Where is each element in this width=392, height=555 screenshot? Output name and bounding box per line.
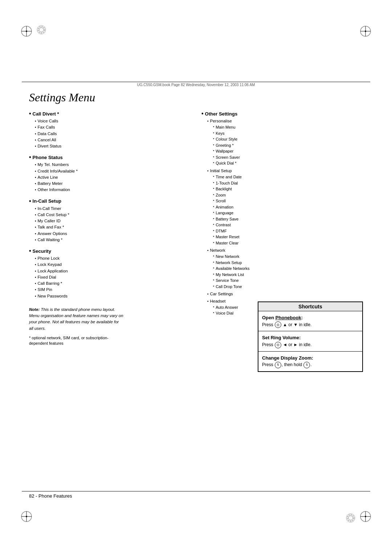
shortcut-open-phonebook: Open Phonebook: Press ◎ ▲ or ▼ in idle. bbox=[258, 311, 362, 331]
list-item: Fixed Dial bbox=[35, 274, 191, 280]
list-item: Answer Options bbox=[35, 231, 191, 237]
list-item: Animation bbox=[213, 204, 363, 210]
list-item: Fax Calls bbox=[35, 124, 191, 130]
list-item: My Network List bbox=[213, 272, 363, 278]
call-divert-header: • Call Divert * bbox=[29, 111, 191, 117]
list-item: Call Drop Tone bbox=[213, 284, 363, 290]
top-rule-line bbox=[22, 82, 370, 82]
top-rule-text: UG.C550.GSM.book Page 82 Wednesday, Nove… bbox=[29, 83, 363, 87]
list-item: Contrast bbox=[213, 222, 363, 228]
list-item: Master Clear bbox=[213, 240, 363, 246]
list-item: My Caller ID bbox=[35, 218, 191, 224]
list-item: Voice Calls bbox=[35, 118, 191, 124]
list-item: Network bbox=[207, 247, 363, 254]
page-footer: 82 - Phone Features bbox=[29, 493, 72, 499]
in-call-items: In-Call Timer Call Cost Setup * My Calle… bbox=[29, 206, 191, 243]
corner-br-icon bbox=[359, 510, 372, 523]
other-settings-header: • Other Settings bbox=[201, 111, 363, 117]
open-phonebook-label: Open Phonebook: bbox=[262, 314, 359, 321]
list-item: Language bbox=[213, 210, 363, 216]
other-settings-title: Other Settings bbox=[205, 111, 238, 117]
page-title: Settings Menu bbox=[29, 91, 363, 104]
network-parent: Network bbox=[201, 247, 363, 254]
nav-button-icon2: ◎ bbox=[275, 342, 281, 348]
call-divert-section: • Call Divert * Voice Calls Fax Calls Da… bbox=[29, 111, 191, 149]
list-item: DTMF bbox=[213, 228, 363, 234]
svg-point-15 bbox=[365, 516, 366, 517]
shortcuts-title: Shortcuts bbox=[258, 302, 362, 311]
list-item: Lock Keypad bbox=[35, 262, 191, 268]
in-call-title: In-Call Setup bbox=[33, 198, 61, 204]
open-phonebook-desc: Press ◎ ▲ or ▼ in idle. bbox=[262, 321, 359, 328]
change-display-zoom-label: Change Display Zoom: bbox=[262, 355, 359, 362]
list-item: Credit Info/Available * bbox=[35, 168, 191, 174]
security-bullet: • bbox=[29, 248, 31, 254]
initial-setup-items: Time and Date 1-Touch Dial Backlight Zoo… bbox=[201, 174, 363, 246]
list-item: Service Tone bbox=[213, 278, 363, 284]
list-item: Quick Dial * bbox=[213, 160, 363, 166]
list-item: Backlight bbox=[213, 186, 363, 192]
list-item: Data Calls bbox=[35, 131, 191, 137]
security-section: • Security Phone Lock Lock Keypad Lock A… bbox=[29, 248, 191, 299]
list-item: My Tel. Numbers bbox=[35, 162, 191, 168]
shortcut-change-display-zoom: Change Display Zoom: Press 5, then hold … bbox=[258, 352, 362, 371]
personalise-items: Main Menu Keys Colour Style Greeting * W… bbox=[201, 124, 363, 166]
set-ring-volume-label: Set Ring Volume: bbox=[262, 334, 359, 341]
list-item: Initial Setup bbox=[207, 168, 363, 174]
phone-status-title: Phone Status bbox=[33, 155, 63, 160]
phone-status-items: My Tel. Numbers Credit Info/Available * … bbox=[29, 162, 191, 193]
footer-separator: - bbox=[36, 493, 38, 499]
list-item: Battery Meter bbox=[35, 181, 191, 187]
other-settings-top: Personalise bbox=[201, 118, 363, 124]
nav-button-icon: ◎ bbox=[275, 321, 281, 328]
list-item: Divert Status bbox=[35, 143, 191, 149]
corner-bl-icon bbox=[20, 510, 33, 523]
svg-point-7 bbox=[365, 31, 366, 32]
gear-br-icon bbox=[346, 513, 356, 523]
list-item: Personalise bbox=[207, 118, 363, 124]
list-item: Talk and Fax * bbox=[35, 224, 191, 230]
list-item: Time and Date bbox=[213, 174, 363, 180]
list-item: Main Menu bbox=[213, 124, 363, 130]
security-items: Phone Lock Lock Keypad Lock Application … bbox=[29, 255, 191, 299]
bottom-rule bbox=[22, 491, 370, 491]
list-item: Wallpaper bbox=[213, 148, 363, 154]
set-ring-volume-desc: Press ◎ ◄ or ► in idle. bbox=[262, 341, 359, 348]
car-settings-parent: Car Settings bbox=[201, 291, 363, 297]
other-settings-section: • Other Settings Personalise Main Menu K… bbox=[201, 111, 363, 316]
list-item: New Network bbox=[213, 254, 363, 260]
in-call-setup-header: • In-Call Setup bbox=[29, 198, 191, 204]
network-items: New Network Network Setup Available Netw… bbox=[201, 254, 363, 289]
list-item: Zoom bbox=[213, 192, 363, 198]
phone-status-bullet: • bbox=[29, 154, 31, 160]
security-title: Security bbox=[33, 248, 51, 254]
list-item: Active Line bbox=[35, 174, 191, 181]
list-item: Colour Style bbox=[213, 136, 363, 142]
list-item: In-Call Timer bbox=[35, 206, 191, 212]
list-item: Lock Application bbox=[35, 268, 191, 274]
svg-point-11 bbox=[26, 516, 27, 517]
corner-tl-icon bbox=[20, 25, 33, 38]
list-item: Screen Saver bbox=[213, 154, 363, 161]
note-section: Note: This is the standard phone menu la… bbox=[29, 307, 123, 347]
list-item: Scroll bbox=[213, 198, 363, 204]
list-item: Available Networks bbox=[213, 266, 363, 272]
page-number: 82 bbox=[29, 493, 34, 499]
list-item: Other Information bbox=[35, 187, 191, 193]
footer-text: Phone Features bbox=[38, 493, 72, 499]
list-item: Network Setup bbox=[213, 260, 363, 266]
change-display-zoom-desc: Press 5, then hold 5. bbox=[262, 361, 359, 368]
svg-point-17 bbox=[39, 28, 44, 32]
list-item: Keys bbox=[213, 130, 363, 137]
list-item: Battery Save bbox=[213, 216, 363, 222]
asterisk-note: * optional network, SIM card, or subscri… bbox=[29, 335, 123, 347]
svg-point-20 bbox=[348, 516, 353, 520]
list-item: Phone Lock bbox=[35, 255, 191, 262]
other-settings-bullet: • bbox=[201, 111, 204, 117]
initial-setup-parent: Initial Setup bbox=[201, 168, 363, 174]
in-call-setup-section: • In-Call Setup In-Call Timer Call Cost … bbox=[29, 198, 191, 243]
list-item: Cancel All bbox=[35, 137, 191, 143]
five-button-icon: 5 bbox=[275, 362, 281, 368]
in-call-bullet: • bbox=[29, 198, 31, 204]
list-item: Master Reset bbox=[213, 234, 363, 240]
